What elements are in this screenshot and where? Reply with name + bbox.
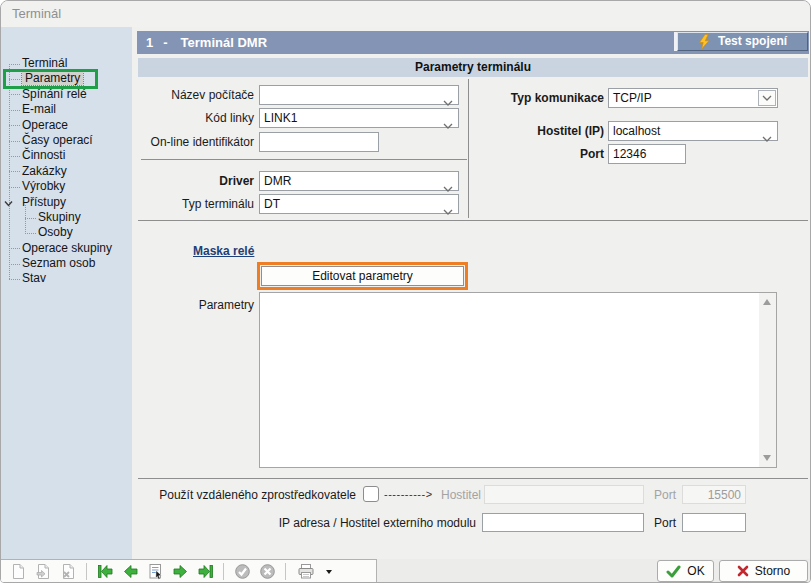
typ-komunikace-label: Typ komunikace xyxy=(472,91,604,105)
check-icon xyxy=(666,565,681,578)
orange-highlight-annotation: Editovat parametry xyxy=(257,262,468,290)
delete-record-button[interactable] xyxy=(57,562,79,581)
printer-icon xyxy=(297,563,315,580)
editovat-parametry-button[interactable]: Editovat parametry xyxy=(261,266,464,286)
sidebar-item-cinnosti[interactable]: Činnosti xyxy=(1,148,132,163)
chevron-down-icon[interactable] xyxy=(758,90,776,106)
port-label: Port xyxy=(472,147,604,161)
sidebar-item-terminal[interactable]: Terminál xyxy=(1,56,132,71)
record-header: 1-Terminál DMR Test spojení xyxy=(137,31,809,54)
record-toolbar xyxy=(0,559,377,583)
remote-port-label: Port xyxy=(632,488,676,502)
document-arrow-icon xyxy=(35,563,52,580)
new-record-button[interactable] xyxy=(7,562,29,581)
toolbar-separator xyxy=(223,563,224,580)
sidebar-item-osoby[interactable]: Osoby xyxy=(1,225,132,240)
document-cursor-icon xyxy=(147,563,164,580)
sidebar-item-parametry[interactable]: Parametry xyxy=(1,71,132,86)
first-record-button[interactable] xyxy=(94,562,116,581)
online-identifikator-input[interactable] xyxy=(259,132,379,152)
navigation-tree: Terminál Parametry Spínání relé E-mail O… xyxy=(1,56,132,287)
chevron-down-icon xyxy=(443,116,453,134)
first-arrow-icon xyxy=(97,563,114,580)
previous-arrow-icon xyxy=(122,563,139,580)
import-record-button[interactable] xyxy=(32,562,54,581)
terminal-window: Terminál Terminál Parametry Spínání relé… xyxy=(0,0,811,583)
driver-label: Driver xyxy=(132,174,254,188)
remote-port-input xyxy=(682,485,746,504)
section-title: Parametry terminálu xyxy=(138,58,808,77)
new-document-icon xyxy=(10,563,27,580)
divider xyxy=(141,159,467,160)
vertical-scrollbar[interactable] xyxy=(759,293,776,467)
arrow-text: ----------> xyxy=(384,488,433,500)
remote-hostitel-label: Hostitel xyxy=(441,488,481,502)
accept-changes-button[interactable] xyxy=(231,562,253,581)
record-number: 1 xyxy=(146,35,153,50)
main-panel: 1-Terminál DMR Test spojení Parametry te… xyxy=(132,27,810,559)
bottom-bar: OK Storno xyxy=(1,559,810,583)
scroll-up-icon[interactable] xyxy=(763,299,771,305)
sidebar-item-casy-operaci[interactable]: Časy operací xyxy=(1,133,132,148)
divider xyxy=(138,478,808,479)
window-title: Terminál xyxy=(1,1,810,27)
storno-button[interactable]: Storno xyxy=(719,560,808,582)
previous-record-button[interactable] xyxy=(119,562,141,581)
kod-linky-label: Kód linky xyxy=(132,111,254,125)
hostitel-ip-combo[interactable]: localhost xyxy=(608,121,778,141)
chevron-down-icon xyxy=(443,202,453,220)
typ-komunikace-combo[interactable]: TCP/IP xyxy=(608,88,778,108)
print-options-button[interactable] xyxy=(322,562,334,581)
online-identifikator-label: On-line identifikátor xyxy=(132,135,254,149)
x-icon xyxy=(737,565,749,577)
cancel-changes-button[interactable] xyxy=(256,562,278,581)
sidebar-item-zakazky[interactable]: Zakázky xyxy=(1,164,132,179)
parametry-textarea[interactable] xyxy=(259,292,777,468)
external-module-label: IP adresa / Hostitel externího modulu xyxy=(251,516,476,530)
sidebar-item-pristupy[interactable]: Přístupy xyxy=(1,195,132,210)
next-arrow-icon xyxy=(172,563,189,580)
kod-linky-combo[interactable]: LINK1 xyxy=(259,108,459,128)
remote-checkbox[interactable] xyxy=(363,486,379,502)
print-button[interactable] xyxy=(293,562,319,581)
divider xyxy=(138,220,808,221)
lightning-icon xyxy=(698,34,711,50)
sidebar: Terminál Parametry Spínání relé E-mail O… xyxy=(1,27,132,559)
last-arrow-icon xyxy=(197,563,214,580)
sidebar-item-stav[interactable]: Stav xyxy=(1,271,132,286)
parametry-label: Parametry xyxy=(132,298,254,312)
external-port-label: Port xyxy=(632,516,676,530)
test-connection-button[interactable]: Test spojení xyxy=(677,32,808,51)
document-x-icon xyxy=(60,563,77,580)
ok-button[interactable]: OK xyxy=(657,560,714,582)
sidebar-item-email[interactable]: E-mail xyxy=(1,102,132,117)
sidebar-item-spinani-rele[interactable]: Spínání relé xyxy=(1,87,132,102)
sidebar-item-seznam-osob[interactable]: Seznam osob xyxy=(1,256,132,271)
x-circle-icon xyxy=(259,563,276,580)
typ-terminalu-label: Typ terminálu xyxy=(132,197,254,211)
maska-rele-link[interactable]: Maska relé xyxy=(193,244,254,258)
sidebar-item-operace-skupiny[interactable]: Operace skupiny xyxy=(1,241,132,256)
record-title: Terminál DMR xyxy=(181,35,267,50)
toolbar-separator xyxy=(285,563,286,580)
last-record-button[interactable] xyxy=(194,562,216,581)
scroll-down-icon[interactable] xyxy=(763,455,771,461)
sidebar-item-skupiny[interactable]: Skupiny xyxy=(1,210,132,225)
toolbar-separator xyxy=(86,563,87,580)
dropdown-arrow-icon xyxy=(326,570,332,574)
port-input[interactable] xyxy=(608,144,686,164)
hostitel-ip-label: Hostitel (IP) xyxy=(472,124,604,138)
driver-combo[interactable]: DMR xyxy=(259,171,459,191)
record-separator: - xyxy=(163,35,167,50)
external-module-input[interactable] xyxy=(482,513,644,532)
divider xyxy=(468,79,469,218)
check-circle-icon xyxy=(234,563,251,580)
external-port-input[interactable] xyxy=(682,513,746,532)
remote-checkbox-label: Použít vzdáleného zprostředkovatele xyxy=(132,488,356,502)
browse-records-button[interactable] xyxy=(144,562,166,581)
next-record-button[interactable] xyxy=(169,562,191,581)
sidebar-item-vyrobky[interactable]: Výrobky xyxy=(1,179,132,194)
nazev-pocitace-combo[interactable] xyxy=(259,85,459,105)
typ-terminalu-combo[interactable]: DT xyxy=(259,194,459,214)
sidebar-item-operace[interactable]: Operace xyxy=(1,118,132,133)
